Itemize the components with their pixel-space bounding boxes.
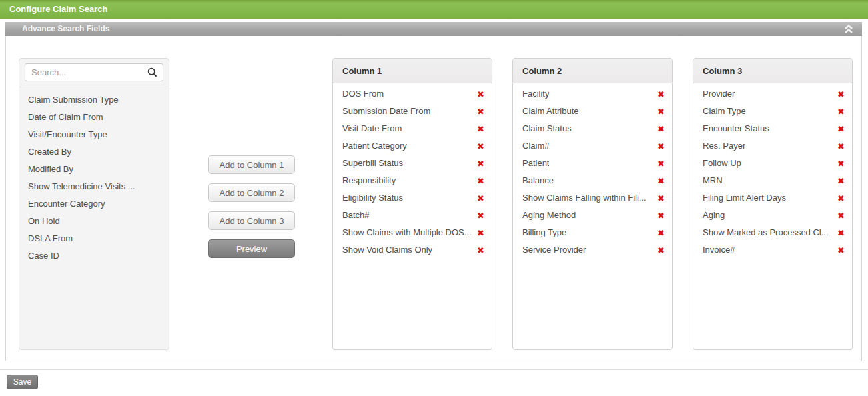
remove-icon[interactable]: ✖ [657, 142, 665, 151]
available-field-item[interactable]: DSLA From [19, 230, 169, 247]
column-field-row: Batch#✖ [333, 207, 492, 224]
remove-icon[interactable]: ✖ [477, 211, 484, 220]
column-field-label: Claim Type [703, 103, 746, 120]
column-field-row: Claim Attribute✖ [513, 103, 672, 120]
column-field-row: Submission Date From✖ [333, 103, 492, 120]
column-field-row: Balance✖ [513, 172, 672, 189]
column-field-label: Patient [522, 155, 549, 172]
column-field-label: Show Marked as Processed Cl... [703, 224, 829, 241]
column-field-label: Responsibility [342, 172, 396, 189]
column-2-panel: Column 2 Facility✖Claim Attribute✖Claim … [512, 58, 673, 350]
save-button[interactable]: Save [7, 375, 38, 389]
remove-icon[interactable]: ✖ [657, 194, 665, 203]
search-box [19, 59, 169, 87]
column-field-label: Service Provider [522, 241, 586, 259]
remove-icon[interactable]: ✖ [477, 177, 484, 185]
available-field-item[interactable]: Encounter Category [19, 195, 169, 213]
remove-icon[interactable]: ✖ [837, 211, 845, 220]
column-field-label: Submission Date From [342, 103, 430, 120]
remove-icon[interactable]: ✖ [837, 142, 845, 151]
column-3-panel: Column 3 Provider✖Claim Type✖Encounter S… [693, 58, 853, 350]
column-field-label: Facility [522, 85, 549, 103]
advance-search-fields-bar[interactable]: Advance Search Fields [5, 22, 862, 36]
available-field-item[interactable]: On Hold [19, 213, 169, 230]
column-field-label: MRN [703, 172, 723, 189]
available-field-item[interactable]: Case ID [19, 247, 169, 265]
remove-icon[interactable]: ✖ [657, 159, 665, 168]
column-field-row: Service Provider✖ [513, 241, 672, 259]
remove-icon[interactable]: ✖ [477, 229, 484, 237]
remove-icon[interactable]: ✖ [477, 194, 484, 203]
remove-icon[interactable]: ✖ [837, 246, 845, 255]
column-field-label: Show Claims Falling within Fili... [522, 189, 646, 207]
column-field-row: Show Marked as Processed Cl...✖ [693, 224, 852, 241]
available-field-item[interactable]: Show Telemedicine Visits ... [19, 178, 169, 195]
column-field-row: Show Void Claims Only✖ [333, 241, 492, 259]
page-title: Configure Claim Search [9, 4, 107, 14]
remove-icon[interactable]: ✖ [837, 177, 845, 185]
column-field-label: Res. Payer [703, 137, 745, 155]
column-field-row: MRN✖ [693, 172, 852, 189]
column-field-label: Aging [703, 207, 725, 224]
column-field-row: Provider✖ [693, 85, 852, 103]
column-2-list: Facility✖Claim Attribute✖Claim Status✖Cl… [513, 83, 672, 259]
remove-icon[interactable]: ✖ [477, 107, 484, 116]
available-field-item[interactable]: Created By [19, 143, 169, 161]
remove-icon[interactable]: ✖ [477, 159, 484, 168]
add-to-column-1-button[interactable]: Add to Column 1 [208, 155, 295, 174]
remove-icon[interactable]: ✖ [837, 229, 845, 237]
column-field-label: Balance [522, 172, 554, 189]
remove-icon[interactable]: ✖ [657, 177, 665, 185]
column-field-label: Superbill Status [342, 155, 403, 172]
column-field-row: Eligibility Status✖ [333, 189, 492, 207]
section-title: Advance Search Fields [22, 24, 109, 33]
remove-icon[interactable]: ✖ [657, 229, 665, 237]
column-field-label: Provider [703, 85, 735, 103]
column-field-row: Show Claims with Multiple DOS...✖ [333, 224, 492, 241]
column-field-label: Batch# [342, 207, 369, 224]
advance-search-fields-panel: Claim Submission TypeDate of Claim FromV… [5, 36, 862, 361]
column-field-row: Patient✖ [513, 155, 672, 172]
available-field-item[interactable]: Claim Submission Type [19, 91, 169, 109]
search-input[interactable] [25, 63, 163, 81]
column-field-row: Invoice#✖ [693, 241, 852, 259]
available-field-item[interactable]: Modified By [19, 161, 169, 178]
column-field-label: Show Claims with Multiple DOS... [342, 224, 472, 241]
column-field-row: Billing Type✖ [513, 224, 672, 241]
column-field-row: Responsibility✖ [333, 172, 492, 189]
column-field-row: Aging Method✖ [513, 207, 672, 224]
column-field-label: Aging Method [522, 207, 576, 224]
remove-icon[interactable]: ✖ [837, 107, 845, 116]
remove-icon[interactable]: ✖ [477, 90, 484, 99]
remove-icon[interactable]: ✖ [657, 107, 665, 116]
available-fields-panel: Claim Submission TypeDate of Claim FromV… [19, 58, 169, 350]
column-field-label: Claim# [522, 137, 549, 155]
column-field-label: Visit Date From [342, 120, 402, 137]
remove-icon[interactable]: ✖ [837, 90, 845, 99]
column-3-header: Column 3 [693, 59, 852, 83]
chevron-double-up-icon[interactable] [843, 24, 854, 34]
remove-icon[interactable]: ✖ [837, 159, 845, 168]
remove-icon[interactable]: ✖ [477, 142, 484, 151]
remove-icon[interactable]: ✖ [657, 90, 665, 99]
page-title-bar: Configure Claim Search [0, 0, 868, 19]
remove-icon[interactable]: ✖ [477, 125, 484, 133]
remove-icon[interactable]: ✖ [657, 246, 665, 255]
column-field-row: Superbill Status✖ [333, 155, 492, 172]
available-field-item[interactable]: Visit/Encounter Type [19, 126, 169, 143]
remove-icon[interactable]: ✖ [837, 125, 845, 133]
column-field-label: Invoice# [703, 241, 735, 259]
add-to-column-3-button[interactable]: Add to Column 3 [208, 211, 295, 230]
search-icon[interactable] [147, 67, 157, 77]
available-fields-list: Claim Submission TypeDate of Claim FromV… [19, 87, 169, 265]
add-to-column-2-button[interactable]: Add to Column 2 [208, 183, 295, 202]
column-2-header: Column 2 [513, 59, 672, 83]
remove-icon[interactable]: ✖ [837, 194, 845, 203]
column-1-list: DOS From✖Submission Date From✖Visit Date… [333, 83, 492, 259]
preview-button[interactable]: Preview [208, 239, 295, 258]
available-field-item[interactable]: Date of Claim From [19, 109, 169, 126]
remove-icon[interactable]: ✖ [477, 246, 484, 255]
remove-icon[interactable]: ✖ [657, 125, 665, 133]
remove-icon[interactable]: ✖ [657, 211, 665, 220]
configure-claim-search-page: Configure Claim Search Advance Search Fi… [0, 0, 868, 396]
